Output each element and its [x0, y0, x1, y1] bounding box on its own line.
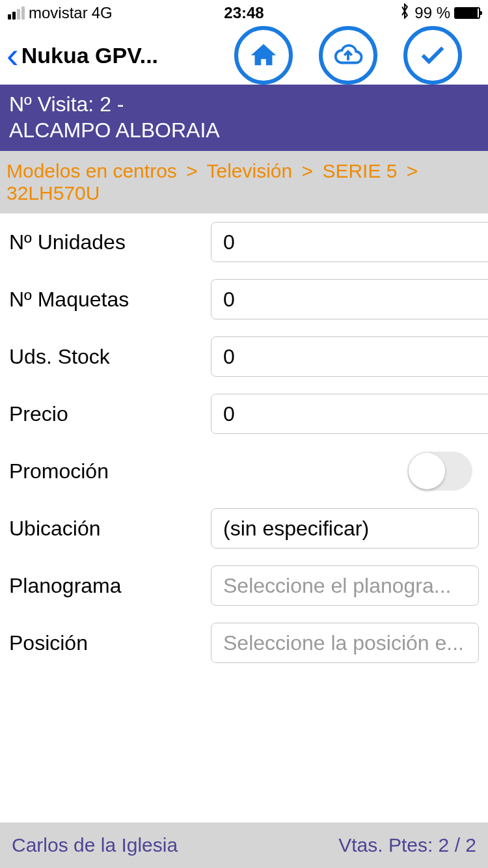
back-title: Nukua GPV... [21, 43, 158, 68]
row-precio: Precio [9, 385, 479, 442]
footer-user: Carlos de la Iglesia [12, 834, 178, 856]
carrier-label: movistar [29, 4, 88, 22]
nav-header: ‹ Nukua GPV... [0, 26, 488, 85]
label-stock: Uds. Stock [9, 345, 204, 369]
cloud-upload-icon [333, 40, 363, 70]
label-precio: Precio [9, 402, 204, 426]
breadcrumb-item[interactable]: SERIE 5 [322, 160, 397, 182]
confirm-button[interactable] [403, 26, 462, 85]
input-stock[interactable] [211, 336, 488, 377]
row-promocion: Promoción [9, 442, 479, 500]
label-ubicacion: Ubicación [9, 517, 204, 541]
select-planograma[interactable]: Seleccione el planogra... [211, 565, 479, 606]
upload-button[interactable] [319, 26, 377, 85]
row-planograma: Planograma Seleccione el planogra... [9, 557, 479, 614]
form: Nº Unidades Nº Maquetas Uds. Stock Preci… [0, 213, 488, 671]
visit-store: ALCAMPO ALBORAIA [9, 117, 479, 143]
toggle-promocion[interactable] [407, 452, 472, 491]
bluetooth-icon [399, 3, 411, 23]
row-ubicacion: Ubicación (sin especificar) [9, 500, 479, 557]
battery-pct: 99 % [414, 4, 450, 22]
input-maquetas[interactable] [211, 279, 488, 319]
input-unidades[interactable] [211, 222, 488, 262]
footer-bar: Carlos de la Iglesia Vtas. Ptes: 2 / 2 [0, 822, 488, 868]
row-maquetas: Nº Maquetas [9, 271, 479, 328]
visit-number: Nº Visita: 2 - [9, 91, 479, 117]
breadcrumb-sep: > [403, 160, 422, 182]
row-stock: Uds. Stock [9, 328, 479, 385]
select-ubicacion[interactable]: (sin especificar) [211, 508, 479, 549]
status-bar: movistar 4G 23:48 99 % [0, 0, 488, 26]
back-button[interactable]: ‹ Nukua GPV... [7, 37, 158, 74]
signal-icon [8, 7, 25, 20]
input-precio[interactable] [211, 394, 488, 434]
label-planograma: Planograma [9, 574, 204, 598]
visit-banner: Nº Visita: 2 - ALCAMPO ALBORAIA [0, 85, 488, 151]
battery-icon [454, 7, 480, 19]
select-posicion[interactable]: Seleccione la posición e... [211, 623, 479, 663]
home-icon [249, 40, 278, 70]
check-icon [418, 40, 448, 70]
label-posicion: Posición [9, 631, 204, 655]
home-button[interactable] [234, 26, 293, 85]
breadcrumb-item[interactable]: Modelos en centros [7, 160, 177, 182]
label-maquetas: Nº Maquetas [9, 288, 204, 312]
breadcrumb-item[interactable]: Televisión [206, 160, 292, 182]
network-label: 4G [92, 4, 113, 22]
breadcrumb-sep: > [182, 160, 202, 182]
label-unidades: Nº Unidades [9, 230, 204, 254]
row-unidades: Nº Unidades [9, 213, 479, 271]
footer-vtas: Vtas. Ptes: 2 / 2 [338, 834, 476, 856]
label-promocion: Promoción [9, 459, 204, 483]
breadcrumb: Modelos en centros > Televisión > SERIE … [0, 151, 488, 213]
breadcrumb-sep: > [298, 160, 318, 182]
breadcrumb-item[interactable]: 32LH570U [7, 182, 100, 204]
chevron-left-icon: ‹ [7, 37, 19, 74]
row-posicion: Posición Seleccione la posición e... [9, 614, 479, 671]
